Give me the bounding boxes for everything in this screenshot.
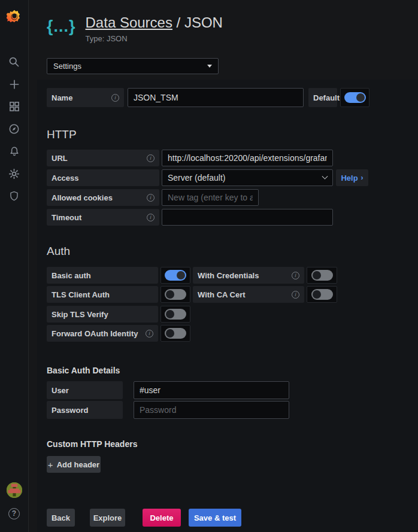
info-icon[interactable] [292,291,299,299]
search-icon [8,56,20,68]
chevron-right-icon: › [361,174,364,182]
allowed-cookies-label-text: Allowed cookies [52,193,113,202]
sidebar-item-search[interactable] [0,51,28,72]
grafana-logo-icon [7,9,22,25]
sidebar-item-create[interactable] [0,74,28,95]
password-row: Password [47,401,289,419]
info-icon[interactable] [146,330,153,338]
access-help-link[interactable]: Help › [336,169,368,186]
auth-row-2: TLS Client Auth With CA Cert [47,286,337,303]
access-select[interactable]: Server (default) [162,169,333,186]
with-credentials-toggle[interactable] [307,267,337,284]
skip-tls-verify-toggle[interactable] [160,306,190,323]
forward-oauth-identity-toggle[interactable] [160,325,190,342]
basic-auth-label-text: Basic auth [52,271,91,280]
info-icon[interactable] [147,154,155,162]
info-icon[interactable] [147,194,155,202]
auth-row-3: Skip TLS Verify [47,306,190,323]
timeout-label: Timeout [47,209,159,226]
user-input[interactable] [134,381,289,399]
timeout-row: Timeout [47,209,333,226]
user-avatar-icon [7,482,22,498]
skip-tls-verify-toggle-switch[interactable] [165,309,186,320]
forward-oauth-identity-toggle-switch[interactable] [165,328,186,339]
http-section-heading: HTTP [47,128,77,141]
allowed-cookies-input[interactable] [162,189,259,206]
shield-icon [8,190,20,202]
gear-icon [8,168,20,180]
name-input[interactable] [128,88,304,107]
url-input[interactable] [162,150,333,166]
password-input[interactable] [134,401,289,419]
skip-tls-verify-label-text: Skip TLS Verify [52,310,108,319]
name-label-text: Name [52,93,72,102]
with-ca-cert-label: With CA Cert [193,286,304,303]
default-label-text: Default [313,93,340,102]
basic-auth-toggle[interactable] [160,267,190,284]
delete-button[interactable]: Delete [143,509,181,527]
with-credentials-toggle-switch[interactable] [311,270,333,281]
access-row: Access Server (default) Help › [47,169,368,186]
with-ca-cert-toggle-switch[interactable] [311,289,333,300]
datasource-settings-panel: Name Default HTTP URL [37,80,418,532]
sidebar [0,0,29,532]
access-label: Access [47,169,159,186]
sidebar-item-profile[interactable] [0,480,28,500]
page-title: Data Sources / JSON [86,14,223,31]
sidebar-item-server-admin[interactable] [0,186,28,206]
back-button[interactable]: Back [47,509,75,527]
tls-client-auth-label: TLS Client Auth [47,286,158,303]
auth-row-4: Forward OAuth Identity [47,325,190,342]
add-header-button[interactable]: + Add header [47,456,101,473]
tls-client-auth-toggle[interactable] [160,286,190,303]
sidebar-item-alerting[interactable] [0,141,28,162]
name-label: Name [47,88,124,107]
auth-row-1: Basic auth With Credentials [47,267,337,284]
url-label-text: URL [52,154,68,163]
sidebar-item-explore[interactable] [0,118,28,139]
sidebar-item-help[interactable] [0,503,28,524]
settings-tab-select-value: Settings [53,62,81,71]
explore-button[interactable]: Explore [90,509,125,527]
basic-auth-details-heading: Basic Auth Details [47,366,120,375]
tls-client-auth-label-text: TLS Client Auth [52,290,110,299]
grafana-logo-icon[interactable] [0,6,28,28]
info-icon[interactable] [292,272,299,279]
basic-auth-toggle-switch[interactable] [165,270,186,281]
user-label-text: User [52,386,69,395]
sidebar-item-configuration[interactable] [0,163,28,184]
basic-auth-label: Basic auth [47,267,158,284]
tls-client-auth-toggle-switch[interactable] [165,289,186,300]
with-credentials-label-text: With Credentials [198,271,259,280]
save-and-test-button[interactable]: Save & test [189,509,241,527]
main-content: {...} Data Sources / JSON Type: JSON Set… [29,0,418,532]
access-label-text: Access [52,174,79,183]
settings-tab-select[interactable]: Settings [47,58,219,74]
with-ca-cert-toggle[interactable] [307,286,337,303]
chevron-down-icon [322,173,328,179]
url-label: URL [47,150,159,166]
allowed-cookies-label: Allowed cookies [47,189,159,206]
help-link-text: Help [341,174,358,183]
breadcrumb-datasources-link[interactable]: Data Sources [86,14,172,31]
forward-oauth-identity-label: Forward OAuth Identity [47,325,158,342]
sidebar-item-dashboards[interactable] [0,96,28,117]
action-buttons: Back Explore Delete Save & test [47,509,241,527]
default-toggle-switch[interactable] [344,92,366,103]
forward-oauth-identity-label-text: Forward OAuth Identity [52,329,138,338]
help-question-icon [8,508,20,519]
compass-icon [8,123,20,135]
timeout-input[interactable] [162,209,333,226]
breadcrumb-current: / JSON [172,14,223,31]
timeout-label-text: Timeout [52,213,81,222]
datasource-type-subtitle: Type: JSON [86,34,223,43]
password-label: Password [47,401,123,419]
plus-icon: + [48,460,53,470]
user-row: User [47,381,289,399]
default-label: Default [308,88,337,107]
info-icon[interactable] [147,214,155,221]
default-toggle[interactable] [340,88,369,107]
info-icon[interactable] [111,94,119,102]
dashboards-grid-icon [8,101,20,113]
url-row: URL [47,150,333,166]
